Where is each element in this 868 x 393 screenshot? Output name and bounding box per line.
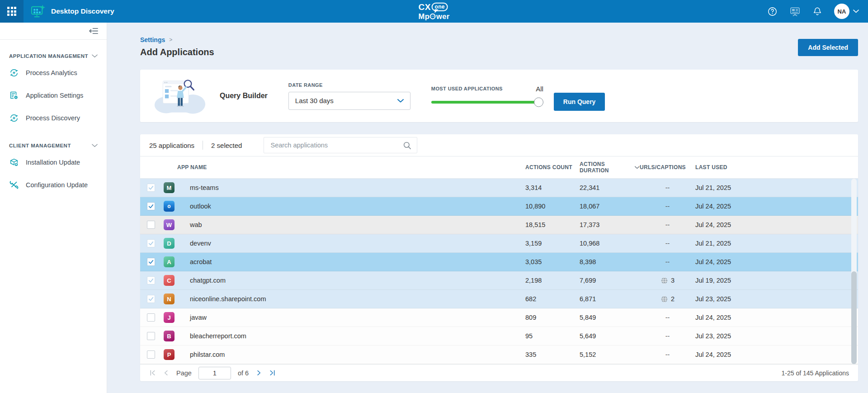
search-input[interactable] <box>269 141 403 149</box>
actions-duration-value: 7,699 <box>580 277 640 284</box>
last-page-button[interactable] <box>269 369 276 376</box>
table-row[interactable]: Jjavaw8095,849--Jul 24, 2025 <box>140 308 858 327</box>
page-number-input[interactable] <box>198 367 231 379</box>
run-query-button[interactable]: Run Query <box>554 93 605 111</box>
app-grid-icon <box>7 7 16 16</box>
date-range-select[interactable]: Last 30 days <box>288 92 410 110</box>
process-analytics-icon <box>9 68 19 78</box>
actions-duration-value: 22,341 <box>580 184 640 191</box>
sidebar-item-label: Configuration Update <box>26 181 88 189</box>
sort-desc-icon <box>635 166 640 169</box>
presentation-icon[interactable] <box>789 6 801 17</box>
app-title: Desktop Discovery <box>51 7 114 15</box>
actions-duration-value: 10,968 <box>580 240 640 247</box>
most-used-applications-slider[interactable] <box>431 97 542 107</box>
app-launcher-button[interactable] <box>0 0 24 23</box>
last-used-value: Jul 19, 2025 <box>695 277 858 284</box>
section-header-application-management[interactable]: APPLICATION MANAGEMENT <box>9 53 98 59</box>
app-icon: o <box>164 201 175 212</box>
sidebar-item-label: Application Settings <box>26 92 83 99</box>
slider-handle[interactable] <box>534 97 543 107</box>
app-name: niceonline.sharepoint.com <box>184 295 525 303</box>
query-builder-title: Query Builder <box>220 92 268 100</box>
breadcrumb-settings-link[interactable]: Settings <box>140 36 165 43</box>
sidebar-item-label: Process Discovery <box>26 114 80 122</box>
table-row[interactable]: Cchatgpt.com2,1987,6993Jul 19, 2025 <box>140 271 858 290</box>
table-row[interactable]: Nniceonline.sharepoint.com6826,8712Jul 2… <box>140 290 858 308</box>
table-row[interactable]: Ddevenv3,15910,968--Jul 21, 2025 <box>140 234 858 253</box>
sidebar-item-process-discovery[interactable]: Process Discovery <box>9 107 98 129</box>
urls-captions-value[interactable]: 2 <box>640 295 695 303</box>
app-name: philstar.com <box>184 351 525 358</box>
column-header-urls-captions[interactable]: URLS/CAPTIONS <box>640 164 695 170</box>
row-checkbox[interactable] <box>147 184 155 192</box>
table-row[interactable]: Bbleacherreport.com955,649--Jul 23, 2025 <box>140 327 858 346</box>
actions-duration-value: 6,871 <box>580 295 640 303</box>
column-header-actions-duration[interactable]: ACTIONS DURATION <box>580 161 640 174</box>
actions-duration-value: 5,649 <box>580 332 640 340</box>
urls-captions-value: -- <box>640 351 695 358</box>
row-checkbox[interactable] <box>147 202 155 210</box>
row-checkbox[interactable] <box>147 295 155 303</box>
row-checkbox[interactable] <box>147 239 155 247</box>
last-used-value: Jul 24, 2025 <box>695 258 858 265</box>
scrollbar-thumb[interactable] <box>851 271 857 364</box>
sidebar-item-installation-update[interactable]: Installation Update <box>9 151 98 174</box>
product-brand: Desktop Discovery <box>30 5 114 19</box>
sidebar-collapse-icon[interactable] <box>89 27 99 35</box>
next-page-button[interactable] <box>255 369 262 376</box>
query-builder-illustration <box>153 74 207 118</box>
topbar-actions: NA <box>767 4 868 19</box>
table-row[interactable]: Wwab18,51517,373--Jul 24, 2025 <box>140 216 858 234</box>
previous-page-button[interactable] <box>163 369 170 376</box>
row-checkbox[interactable] <box>147 332 155 340</box>
urls-captions-value[interactable]: 3 <box>640 277 695 284</box>
help-icon[interactable] <box>767 6 778 17</box>
user-menu[interactable]: NA <box>834 4 859 19</box>
column-header-last-used[interactable]: LAST USED <box>695 164 858 170</box>
actions-duration-value: 17,373 <box>580 221 640 228</box>
row-checkbox[interactable] <box>147 313 155 322</box>
last-used-value: Jul 21, 2025 <box>695 240 858 247</box>
app-name: chatgpt.com <box>184 277 525 284</box>
globe-icon <box>660 295 668 303</box>
section-header-client-management[interactable]: CLIENT MANAGEMENT <box>9 143 98 148</box>
sidebar-item-application-settings[interactable]: Application Settings <box>9 84 98 107</box>
app-name: acrobat <box>184 258 525 265</box>
row-checkbox[interactable] <box>147 221 155 229</box>
table-row[interactable]: Pphilstar.com3355,152--Jul 24, 2025 <box>140 346 858 364</box>
app-name: wab <box>184 221 525 228</box>
search-icon <box>403 141 411 150</box>
table-row[interactable]: ooutlook10,89018,067--Jul 24, 2025 <box>140 197 858 216</box>
table-row[interactable]: Aacrobat3,0358,398--Jul 24, 2025 <box>140 253 858 271</box>
row-checkbox[interactable] <box>147 258 155 266</box>
sidebar-item-configuration-update[interactable]: Configuration Update <box>9 174 98 196</box>
app-name: outlook <box>184 203 525 210</box>
table-scrollbar[interactable] <box>851 179 857 364</box>
column-header-actions-count[interactable]: ACTIONS COUNT <box>525 164 580 170</box>
actions-duration-value: 8,398 <box>580 258 640 265</box>
column-header-app-name[interactable]: APP NAME <box>164 164 525 170</box>
row-checkbox[interactable] <box>147 350 155 359</box>
divider <box>203 141 203 150</box>
actions-duration-value: 5,152 <box>580 351 640 358</box>
date-range-label: DATE RANGE <box>288 82 410 88</box>
app-icon: P <box>164 349 175 360</box>
app-name: devenv <box>184 240 525 247</box>
page-label: Page <box>176 369 192 377</box>
query-builder-panel: Query Builder DATE RANGE Last 30 days MO… <box>140 70 858 122</box>
urls-captions-value: -- <box>640 240 695 247</box>
process-discovery-icon <box>9 113 19 123</box>
sidebar-item-process-analytics[interactable]: Process Analytics <box>9 62 98 84</box>
desktop-discovery-logo-icon <box>30 5 46 19</box>
notifications-bell-icon[interactable] <box>812 6 822 16</box>
table-row[interactable]: Mms-teams3,31422,341--Jul 21, 2025 <box>140 179 858 197</box>
add-selected-button[interactable]: Add Selected <box>798 39 858 56</box>
sidebar: APPLICATION MANAGEMENT Process Analytics… <box>0 23 107 393</box>
last-used-value: Jul 24, 2025 <box>695 314 858 321</box>
row-checkbox[interactable] <box>147 276 155 284</box>
applications-count: 25 applications <box>149 142 194 149</box>
main-content: Settings > Add Applications Add Selected <box>107 23 868 393</box>
app-name: ms-teams <box>184 184 525 191</box>
first-page-button[interactable] <box>149 369 156 376</box>
